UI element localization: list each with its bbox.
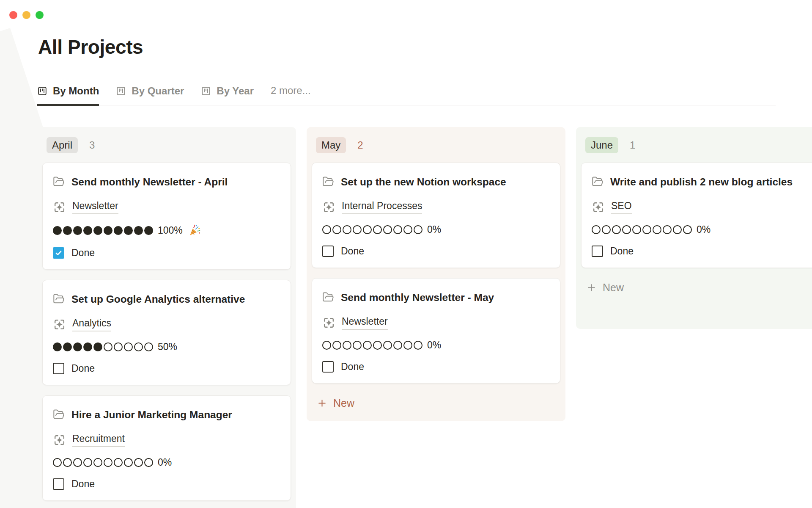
progress-dot-empty: [134, 458, 143, 467]
tab-by-month[interactable]: By Month: [37, 85, 99, 106]
progress-dot-empty: [332, 225, 341, 234]
project-scope-icon: [592, 201, 605, 214]
progress-dot-empty: [53, 458, 62, 467]
progress-dot-empty: [683, 225, 692, 234]
project-card-analytics[interactable]: Set up Google Analytics alternative Anal…: [42, 280, 291, 385]
done-label: Done: [610, 246, 634, 257]
done-label: Done: [341, 246, 364, 257]
window-zoom-button[interactable]: [36, 11, 44, 19]
tag-link[interactable]: Internal Processes: [342, 200, 422, 214]
card-progress-row: 0%: [53, 457, 280, 468]
tag-link[interactable]: Recruitment: [72, 433, 125, 447]
progress-dot-empty: [353, 225, 362, 234]
card-title: Write and publish 2 new blog articles: [592, 172, 812, 192]
open-folder-icon: [53, 176, 65, 188]
column-count: 3: [89, 139, 95, 151]
progress-dot-empty: [134, 342, 143, 351]
project-card-notion-workspace[interactable]: Set up the new Notion workspace Internal…: [312, 163, 560, 268]
window-minimize-button[interactable]: [22, 11, 30, 19]
add-new-card-button[interactable]: New: [312, 394, 560, 413]
progress-percent: 50%: [158, 341, 177, 353]
progress-dot-empty: [414, 341, 422, 350]
project-scope-icon: [53, 433, 66, 447]
done-checkbox[interactable]: [53, 247, 64, 259]
progress-dot-filled: [53, 342, 62, 351]
card-progress-row: 0%: [322, 224, 550, 235]
progress-dot-empty: [114, 342, 123, 351]
new-label: New: [333, 397, 354, 409]
progress-dot-filled: [83, 342, 92, 351]
add-new-card-button[interactable]: New: [581, 278, 812, 297]
tab-label: By Quarter: [132, 85, 184, 97]
project-scope-icon: [53, 201, 66, 214]
progress-dot-empty: [332, 341, 341, 350]
progress-dot-empty: [343, 225, 351, 234]
progress-dot-empty: [383, 225, 392, 234]
column-header-april[interactable]: April 3: [42, 137, 291, 153]
progress-dot-empty: [144, 458, 153, 467]
card-done-row: Done: [53, 363, 280, 374]
progress-dot-empty: [673, 225, 682, 234]
done-label: Done: [71, 363, 95, 374]
project-card-newsletter-may[interactable]: Send monthly Newsletter - May Newsletter…: [312, 278, 560, 384]
progress-dot-empty: [124, 458, 133, 467]
progress-dots: [592, 225, 692, 234]
column-month-pill: April: [47, 137, 78, 153]
progress-dot-empty: [642, 225, 651, 234]
tag-link[interactable]: SEO: [611, 200, 632, 214]
progress-dot-filled: [134, 226, 143, 235]
card-progress-row: 100%: [53, 224, 280, 237]
tab-label: By Year: [217, 85, 254, 97]
progress-dot-empty: [632, 225, 641, 234]
progress-dot-empty: [602, 225, 611, 234]
column-header-may[interactable]: May 2: [312, 137, 560, 153]
tab-by-quarter[interactable]: By Quarter: [116, 85, 184, 106]
done-checkbox[interactable]: [53, 363, 64, 374]
progress-percent: 0%: [427, 340, 441, 351]
progress-dot-empty: [322, 341, 331, 350]
tag-link[interactable]: Newsletter: [342, 315, 388, 330]
tag-link[interactable]: Analytics: [72, 317, 111, 331]
progress-dot-empty: [393, 341, 402, 350]
project-scope-icon: [322, 316, 335, 329]
done-label: Done: [71, 478, 95, 490]
project-card-recruitment[interactable]: Hire a Junior Marketing Manager Recruitm…: [42, 395, 291, 501]
project-card-blog-articles[interactable]: Write and publish 2 new blog articles SE…: [581, 163, 812, 268]
progress-dot-empty: [383, 341, 392, 350]
tag-link[interactable]: Newsletter: [72, 200, 118, 214]
card-project-tag: Newsletter: [322, 315, 550, 330]
project-scope-icon: [53, 318, 66, 331]
plus-icon: [586, 282, 597, 293]
done-checkbox[interactable]: [322, 246, 334, 257]
column-header-june[interactable]: June 1: [581, 137, 812, 153]
tab-by-year[interactable]: By Year: [201, 85, 254, 106]
party-popper-icon: [187, 224, 200, 237]
progress-dot-empty: [343, 341, 351, 350]
progress-percent: 100%: [158, 225, 183, 236]
column-april: April 3 Send monthly Newsletter - April …: [37, 127, 296, 508]
progress-dot-empty: [73, 458, 82, 467]
card-project-tag: Newsletter: [53, 200, 280, 214]
project-card-newsletter-april[interactable]: Send monthly Newsletter - April Newslett…: [42, 163, 291, 270]
window-close-button[interactable]: [9, 11, 17, 19]
card-project-tag: SEO: [592, 200, 812, 214]
progress-dot-filled: [73, 342, 82, 351]
done-checkbox[interactable]: [322, 361, 334, 373]
progress-dot-filled: [53, 226, 62, 235]
progress-dot-empty: [322, 225, 331, 234]
progress-dot-empty: [373, 225, 382, 234]
page-title: All Projects: [38, 36, 143, 58]
done-checkbox[interactable]: [592, 246, 603, 257]
progress-dots: [53, 226, 153, 235]
progress-dot-empty: [373, 341, 382, 350]
progress-dot-filled: [83, 226, 92, 235]
progress-dot-filled: [124, 226, 133, 235]
tab-more-views[interactable]: 2 more...: [271, 85, 311, 106]
done-checkbox[interactable]: [53, 478, 64, 490]
progress-dot-empty: [622, 225, 631, 234]
kanban-board-icon: [116, 86, 126, 96]
new-label: New: [603, 282, 624, 294]
kanban-board-icon: [201, 86, 211, 96]
progress-dot-empty: [353, 341, 362, 350]
progress-dot-empty: [124, 342, 133, 351]
